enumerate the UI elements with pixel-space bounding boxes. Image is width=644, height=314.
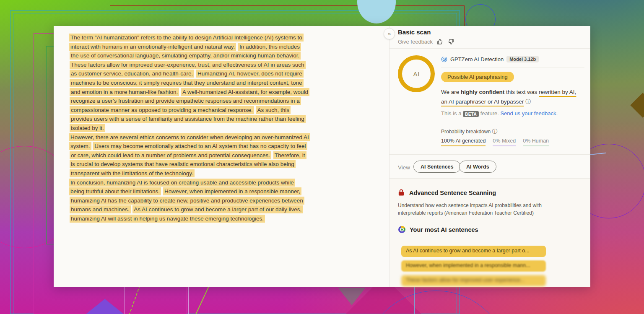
ai-sentence-pill[interactable]: However, when implemented in a responsib… bbox=[401, 260, 546, 272]
verdict-pill: Possible AI paraphrasing bbox=[441, 72, 514, 82]
thumbs-up-icon[interactable] bbox=[436, 38, 444, 45]
gptzero-logo-icon bbox=[441, 56, 447, 62]
model-version-badge: Model 3.12b bbox=[506, 56, 539, 62]
beta-badge: BETA bbox=[463, 111, 479, 117]
decor-vline-light-2 bbox=[188, 287, 189, 314]
results-panel: » Basic scan Give feedback AI GPTZero AI… bbox=[389, 26, 590, 287]
probability-item: 100% AI generated bbox=[441, 138, 486, 146]
decor-vline-light-1 bbox=[125, 287, 125, 314]
brand-divider bbox=[441, 67, 584, 67]
ai-words-button[interactable]: AI Words bbox=[459, 161, 496, 173]
detector-brand-label: GPTZero AI Detection bbox=[450, 56, 504, 62]
give-feedback-label: Give feedback bbox=[398, 39, 433, 45]
confidence-statement: We are highly confident this text was re… bbox=[441, 88, 582, 106]
thumbs-down-icon[interactable] bbox=[447, 38, 454, 45]
header-divider bbox=[390, 48, 590, 49]
advanced-scanning-title: Advanced Sentence Scanning bbox=[409, 189, 496, 196]
advanced-scanning-description: Understand how each sentence impacts AI … bbox=[398, 202, 562, 217]
beta-note: This is a BETA feature. Send us your fee… bbox=[441, 110, 558, 117]
ai-score-ring: AI bbox=[398, 55, 435, 92]
ai-sentence-pill[interactable]: These factors allow for improved user ex… bbox=[401, 275, 546, 286]
probability-item: 0% Mixed bbox=[493, 138, 516, 146]
feedback-link[interactable]: Send us your feedback. bbox=[500, 110, 558, 117]
decor-vline-blue bbox=[414, 287, 415, 314]
panel-title: Basic scan bbox=[398, 29, 431, 36]
collapse-panel-button[interactable]: » bbox=[384, 28, 395, 39]
most-ai-sentences-icon bbox=[398, 226, 405, 233]
lock-icon bbox=[398, 189, 405, 196]
view-label: View bbox=[398, 164, 410, 171]
confidence-emphasis: highly confident bbox=[461, 89, 504, 95]
scan-window: The term "AI humanization" refers to the… bbox=[54, 26, 590, 287]
probability-breakdown-label: Probability breakdown ⓘ bbox=[441, 128, 497, 135]
most-ai-sentences-title: Your most AI sentences bbox=[410, 226, 478, 233]
confidence-info-icon[interactable]: ⓘ bbox=[525, 97, 531, 107]
ai-sentence-pill[interactable]: As AI continues to grow and become a lar… bbox=[401, 246, 546, 257]
probability-info-icon[interactable]: ⓘ bbox=[492, 128, 497, 135]
ai-score-label: AI bbox=[413, 70, 419, 78]
decor-triangle-purple bbox=[86, 299, 124, 314]
probability-breakdown-row: 100% AI generated0% Mixed0% Human bbox=[441, 138, 549, 146]
probability-item: 0% Human bbox=[523, 138, 549, 146]
most-ai-sentences-list: As AI continues to grow and become a lar… bbox=[401, 246, 546, 290]
document-text: The term "AI humanization" refers to the… bbox=[69, 33, 309, 223]
highlighted-sentence: Users may become emotionally attached to… bbox=[70, 142, 307, 159]
section-divider bbox=[390, 154, 590, 155]
ai-sentences-button[interactable]: AI Sentences bbox=[413, 161, 461, 173]
